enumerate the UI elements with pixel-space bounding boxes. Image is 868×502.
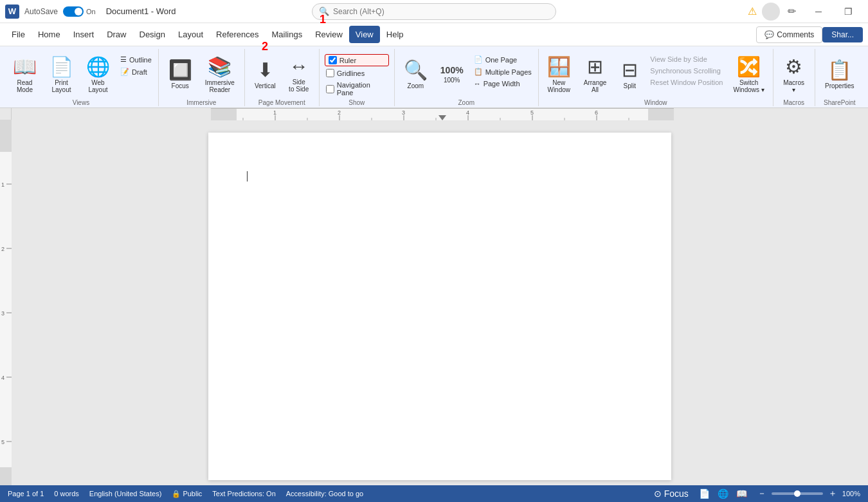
word-count: 0 words xyxy=(54,490,79,497)
menu-file[interactable]: File xyxy=(5,26,32,43)
comments-icon: 💬 xyxy=(764,30,774,39)
view-side-by-side-btn[interactable]: View Side by Side xyxy=(647,54,725,64)
one-page-btn[interactable]: 📄 One Page xyxy=(471,54,534,65)
gridlines-checkbox[interactable] xyxy=(326,69,334,77)
print-layout-btn[interactable]: 📄 PrintLayout xyxy=(44,51,78,97)
zoom-100-btn[interactable]: 100% 100% xyxy=(435,51,469,97)
arrange-all-icon: ⊞ xyxy=(587,55,603,78)
read-mode-btn[interactable]: 📖 ReadMode xyxy=(8,51,42,97)
svg-rect-24 xyxy=(0,120,12,152)
views-small-group: ☰ Outline 📝 Draft xyxy=(118,51,154,77)
right-margin-ruler xyxy=(674,108,868,120)
zoom-out-btn[interactable]: － xyxy=(755,487,769,501)
page-movement-content: ⬇ Vertical ↔ Sideto Side xyxy=(249,49,314,98)
ribbon-group-views: 📖 ReadMode 📄 PrintLayout 🌐 WebLayout ☰ O… xyxy=(4,49,159,106)
language: English (United States) xyxy=(89,490,162,497)
warning-icon: ⚠ xyxy=(748,5,757,17)
window-small-group: View Side by Side Synchronous Scrolling … xyxy=(647,51,725,88)
draft-btn[interactable]: 📝 Draft xyxy=(118,66,154,77)
one-page-label: One Page xyxy=(485,56,518,64)
minimize-btn[interactable]: ─ xyxy=(804,1,833,22)
comments-label: Comments xyxy=(777,30,814,39)
read-view-btn[interactable]: 📖 xyxy=(734,487,750,500)
focus-btn-status[interactable]: ⊙ Focus xyxy=(651,487,691,500)
zoom-in-btn[interactable]: ＋ xyxy=(826,487,840,501)
autosave-switch[interactable] xyxy=(63,6,84,17)
svg-text:5: 5 xyxy=(530,109,534,116)
macros-btn[interactable]: ⚙ Macros▾ xyxy=(778,51,809,97)
zoom-slider[interactable] xyxy=(772,492,823,495)
outline-btn[interactable]: ☰ Outline xyxy=(118,54,154,65)
new-window-btn[interactable]: 🪟 NewWindow xyxy=(542,51,576,97)
svg-rect-23 xyxy=(0,120,12,485)
web-view-btn[interactable]: 🌐 xyxy=(715,487,731,500)
properties-btn[interactable]: 📋 Properties xyxy=(820,51,860,97)
menu-insert[interactable]: Insert xyxy=(67,26,101,43)
ribbon-group-sharepoint: 📋 Properties SharePoint xyxy=(815,49,864,106)
window-group-label: Window xyxy=(644,98,667,106)
document-page[interactable] xyxy=(208,133,671,480)
text-cursor xyxy=(247,171,248,181)
text-predictions: Text Predictions: On xyxy=(212,490,275,497)
menu-draw[interactable]: Draw xyxy=(100,26,132,43)
svg-rect-25 xyxy=(0,467,12,485)
menu-mailings[interactable]: Mailings xyxy=(266,26,309,43)
edit-icon-btn[interactable]: ✏ xyxy=(785,3,799,20)
zoom-btn[interactable]: 🔍 Zoom xyxy=(399,51,433,97)
immersive-reader-btn[interactable]: 📚 ImmersiveReader xyxy=(200,51,240,97)
menu-view[interactable]: View xyxy=(349,26,380,43)
zoom-icon: 🔍 xyxy=(404,59,428,81)
menu-help[interactable]: Help xyxy=(380,26,410,43)
status-bar: Page 1 of 1 0 words English (United Stat… xyxy=(0,485,868,502)
ruler-checkbox[interactable] xyxy=(329,56,337,64)
profile-avatar[interactable] xyxy=(762,3,780,21)
navigation-pane-label: Navigation Pane xyxy=(337,81,388,97)
vertical-icon: ⬇ xyxy=(257,59,273,81)
page-scroll-area[interactable] xyxy=(12,120,868,485)
menu-layout[interactable]: Layout xyxy=(172,26,210,43)
vertical-ruler-container: 1 2 3 4 5 xyxy=(0,120,12,485)
focus-icon: 🔲 xyxy=(168,59,192,81)
page-width-icon: ↔ xyxy=(474,80,481,88)
split-btn[interactable]: ⊟ Split xyxy=(614,51,645,97)
switch-windows-label: SwitchWindows ▾ xyxy=(733,79,764,93)
menu-bar: File Home Insert Draw Design Layout Refe… xyxy=(0,23,868,46)
gridlines-checkbox-row[interactable]: Gridlines xyxy=(325,68,389,79)
side-to-side-label: Sideto Side xyxy=(289,79,309,93)
macros-label: Macros▾ xyxy=(783,79,804,93)
web-layout-btn[interactable]: 🌐 WebLayout xyxy=(81,51,115,97)
ribbon-group-macros: ⚙ Macros▾ Macros xyxy=(773,49,815,106)
menu-design[interactable]: Design xyxy=(133,26,172,43)
menu-review[interactable]: Review xyxy=(309,26,349,43)
menu-references[interactable]: References xyxy=(210,26,265,43)
side-to-side-btn[interactable]: ↔ Sideto Side xyxy=(284,51,314,97)
search-box[interactable]: 🔍 xyxy=(312,3,556,20)
navigation-pane-checkbox-row[interactable]: Navigation Pane xyxy=(325,80,389,98)
page-info: Page 1 of 1 xyxy=(8,490,44,497)
multiple-pages-btn[interactable]: 📋 Multiple Pages xyxy=(471,66,534,77)
autosave-toggle[interactable]: On xyxy=(63,6,96,17)
sync-scrolling-btn[interactable]: Synchronous Scrolling xyxy=(647,66,725,76)
show-checkboxes: Ruler Gridlines Navigation Pane xyxy=(325,51,389,98)
views-content: 📖 ReadMode 📄 PrintLayout 🌐 WebLayout ☰ O… xyxy=(8,49,154,98)
zoom-controls: － ＋ 100% xyxy=(755,487,860,501)
print-view-btn[interactable]: 📄 xyxy=(696,487,712,500)
menu-home[interactable]: Home xyxy=(32,26,67,43)
navigation-pane-checkbox[interactable] xyxy=(326,85,334,93)
ruler-checkbox-row[interactable]: Ruler xyxy=(325,54,389,66)
ribbon-group-immersive: 🔲 Focus 📚 ImmersiveReader Immersive xyxy=(159,49,245,106)
restore-btn[interactable]: ❐ xyxy=(833,1,863,22)
svg-rect-2 xyxy=(648,109,674,120)
share-button[interactable]: Shar... xyxy=(822,27,863,42)
zoom-thumb xyxy=(794,490,800,497)
page-width-btn[interactable]: ↔ Page Width xyxy=(471,79,534,89)
comments-button[interactable]: 💬 Comments xyxy=(756,26,822,43)
svg-text:3: 3 xyxy=(1,310,5,317)
vertical-btn[interactable]: ⬇ Vertical xyxy=(249,51,281,97)
search-input[interactable] xyxy=(333,7,549,16)
gridlines-label: Gridlines xyxy=(337,70,365,77)
reset-window-pos-btn[interactable]: Reset Window Position xyxy=(647,77,725,88)
focus-btn[interactable]: 🔲 Focus xyxy=(163,51,197,97)
arrange-all-btn[interactable]: ⊞ ArrangeAll xyxy=(579,51,612,97)
switch-windows-btn[interactable]: 🔀 SwitchWindows ▾ xyxy=(728,51,769,97)
